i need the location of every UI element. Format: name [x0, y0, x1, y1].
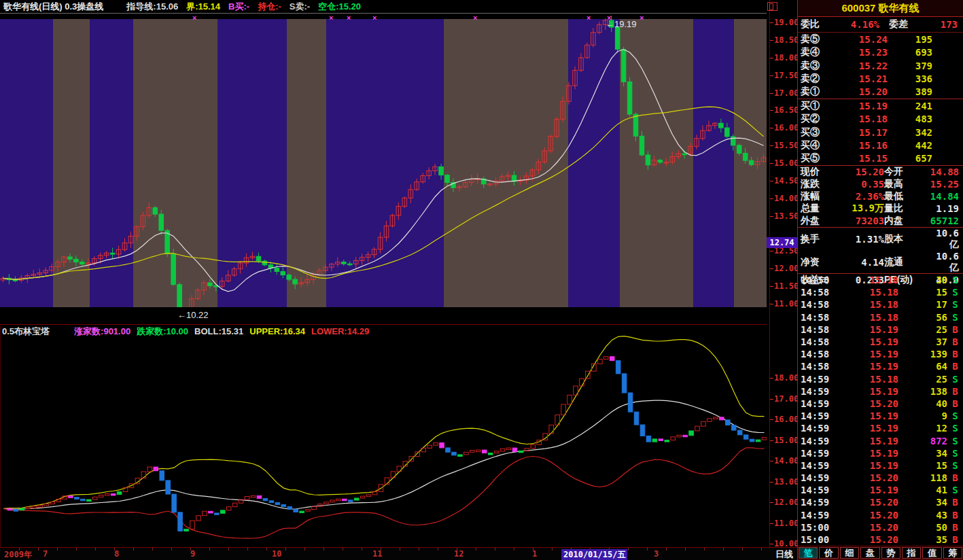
axis-minor-tick — [647, 548, 648, 550]
tick-trade-list[interactable]: 14:5815.1830S14:5815.1815S14:5815.1817S1… — [798, 273, 963, 546]
info-row: 外盘73203内盘65712 — [798, 215, 963, 228]
period-label[interactable]: 日线 — [775, 548, 793, 560]
tab-值[interactable]: 值 — [922, 547, 941, 559]
tab-价[interactable]: 价 — [819, 547, 838, 559]
tick-volume: 118 — [898, 472, 947, 483]
axis-minor-tick — [514, 548, 514, 550]
tick-time: 14:58 — [801, 287, 836, 298]
tick-trade-row: 14:5915.20118B — [798, 472, 963, 484]
svg-text:×: × — [473, 14, 477, 22]
axis-month-label: 11 — [372, 549, 382, 559]
tick-price: 15.18 — [836, 312, 898, 323]
tab-盘[interactable]: 盘 — [860, 547, 879, 559]
axis-tick — [770, 216, 773, 217]
bid-row[interactable]: 买②15.18483 — [798, 112, 963, 125]
weicha-value: 173 — [915, 19, 958, 30]
ask-row[interactable]: 卖④15.23693 — [798, 46, 963, 58]
indicator-value: 界:15.14 — [186, 1, 220, 12]
tick-price: 15.18 — [836, 374, 898, 385]
tick-side: B — [947, 510, 963, 521]
tick-price: 15.20 — [836, 497, 898, 508]
svg-text:×: × — [372, 14, 377, 22]
axis-minor-tick — [362, 548, 362, 550]
tab-指[interactable]: 指 — [902, 547, 921, 559]
tick-side: S — [947, 410, 963, 421]
indicator-header-item: UPPER:16.34 — [249, 326, 305, 336]
svg-text:×: × — [192, 14, 196, 22]
tick-volume: 30 — [898, 275, 947, 285]
bid-row[interactable]: 买③15.17342 — [798, 126, 963, 139]
level-price: 15.19 — [835, 101, 888, 111]
axis-tick — [770, 419, 773, 420]
bid-row[interactable]: 买④15.16442 — [798, 139, 963, 152]
tab-细[interactable]: 细 — [840, 547, 859, 559]
axis-tick-label: 17.00 — [774, 88, 797, 98]
tick-side: B — [947, 522, 963, 533]
axis-tick — [770, 378, 773, 379]
app-root: 歌华有线(日线) 0.3操盘线指导线:15.06界:15.14B买:-持仓:-S… — [0, 0, 963, 560]
tick-price: 15.19 — [836, 485, 898, 495]
svg-text:×: × — [329, 14, 333, 22]
tick-volume: 50 — [898, 522, 947, 533]
level-price: 15.24 — [835, 34, 888, 45]
stock-name: 歌华有线 — [879, 2, 920, 14]
info-label: 最低 — [884, 190, 928, 203]
tab-筹[interactable]: 筹 — [943, 547, 962, 559]
info-value: 14.88 — [928, 167, 959, 177]
split-window-icon[interactable] — [767, 2, 777, 11]
tick-side: B — [947, 361, 963, 372]
axis-tick-label: 19.00 — [774, 18, 797, 27]
bid-row[interactable]: 买⑤15.15657 — [798, 152, 963, 165]
axis-minor-tick — [438, 548, 438, 550]
axis-month-label: 2009年 — [4, 549, 32, 560]
tab-势[interactable]: 势 — [881, 547, 900, 559]
ask-row[interactable]: 卖①15.20389 — [798, 86, 963, 99]
info-label: 净资 — [801, 256, 843, 268]
tick-trade-row: 14:5915.1825S — [798, 373, 963, 385]
tick-price: 15.19 — [836, 386, 898, 397]
level-price: 15.20 — [835, 86, 888, 97]
axis-tick — [770, 251, 773, 251]
tick-trade-row: 14:5915.1934S — [798, 447, 963, 459]
ask-row[interactable]: 卖②15.21336 — [798, 72, 963, 85]
axis-month-label: 3 — [654, 549, 659, 559]
bid-levels: 买①15.19241买②15.18483买③15.17342买④15.16442… — [798, 99, 963, 165]
axis-tick-label: 14.00 — [774, 456, 797, 466]
tick-time: 14:59 — [801, 436, 836, 447]
tab-笔[interactable]: 笔 — [799, 547, 818, 559]
ask-row[interactable]: 卖⑤15.24195 — [798, 33, 963, 46]
level-label: 卖⑤ — [801, 33, 835, 46]
tick-volume: 139 — [898, 349, 947, 360]
ask-row[interactable]: 卖③15.22379 — [798, 59, 963, 72]
level-label: 买⑤ — [801, 152, 835, 164]
tick-trade-row: 14:5915.1915S — [798, 459, 963, 472]
info-value: 13.9万 — [843, 203, 884, 215]
axis-tick-label: 13.00 — [774, 477, 797, 487]
axis-minor-tick — [343, 548, 343, 550]
svg-text:←10.22: ←10.22 — [177, 310, 209, 320]
tick-time: 14:58 — [801, 349, 836, 360]
level-volume: 379 — [888, 60, 932, 71]
tick-price: 15.18 — [836, 299, 898, 310]
tick-side: S — [947, 312, 963, 323]
tick-side: B — [947, 324, 963, 335]
indicator-value: B买:- — [228, 1, 249, 12]
level-price: 15.16 — [835, 140, 888, 151]
axis-tick — [770, 523, 773, 524]
tick-side: B — [947, 472, 963, 483]
tick-side: S — [947, 423, 963, 434]
stock-header[interactable]: 600037 歌华有线 — [798, 0, 963, 17]
boll-pagoda-panel[interactable]: 0.5布林宝塔涨家数:901.00跌家数:10.00BOLL:15.31UPPE… — [0, 324, 767, 547]
candlestick-chart[interactable]: ××××××××←19.19←10.22 — [0, 14, 767, 324]
tick-time: 14:59 — [801, 510, 836, 521]
bid-row[interactable]: 买①15.19241 — [798, 99, 963, 112]
axis-month-label: 1 — [532, 549, 537, 559]
indicator-header: 0.5布林宝塔涨家数:901.00跌家数:10.00BOLL:15.31UPPE… — [2, 326, 375, 338]
axis-minor-tick — [476, 548, 476, 550]
level-label: 卖② — [801, 73, 835, 85]
tick-time: 14:59 — [801, 374, 836, 385]
info-value: 73203 — [843, 215, 884, 226]
tick-time: 14:58 — [801, 324, 836, 335]
level-price: 15.18 — [835, 113, 888, 124]
axis-tick-label: 15.00 — [774, 158, 797, 168]
